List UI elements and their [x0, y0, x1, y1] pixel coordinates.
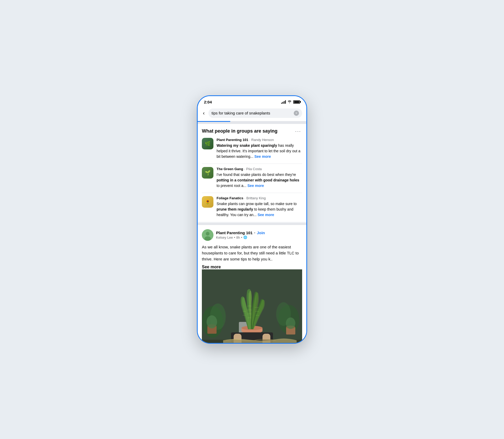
dot-separator: ·	[254, 231, 255, 235]
post-before-3: Snake plants can grow quite tall, so mak…	[217, 202, 297, 206]
signal-icon	[281, 100, 286, 104]
separator-3: ·	[244, 196, 245, 200]
post-meta-1: Plant Parenting 101 · Randy Henson	[217, 138, 302, 142]
section-divider-1	[198, 122, 306, 124]
post-text-3[interactable]: Snake plants can grow quite tall, so mak…	[217, 201, 302, 218]
search-input[interactable]: tips for taking care of snakeplants	[212, 111, 292, 115]
group-avatar-1: 🌿	[202, 138, 213, 149]
group-name-2[interactable]: The Green Gang	[217, 167, 243, 171]
separator-1: ·	[249, 138, 250, 142]
post-time: 8h	[236, 236, 240, 239]
time-dot-2: •	[241, 236, 242, 239]
group-avatar-2: 🌱	[202, 167, 213, 179]
post-before-2: I've found that snake plants do best whe…	[217, 173, 296, 177]
plant-image	[202, 269, 302, 343]
phone-frame: 2:04 ‹ tips for taking care of snakeplan…	[197, 95, 307, 344]
globe-icon: 🌐	[243, 236, 247, 239]
see-more-1[interactable]: See more	[254, 154, 271, 159]
post-text-1[interactable]: Watering my snake plant sparingly has re…	[217, 143, 302, 159]
wifi-icon	[287, 100, 292, 104]
status-bar: 2:04	[198, 96, 306, 106]
see-more-3[interactable]: See more	[258, 213, 274, 217]
group-name-1[interactable]: Plant Parenting 101	[217, 138, 248, 142]
back-button[interactable]: ‹	[202, 109, 206, 117]
post-card: Plant Parenting 101 · Join Kelsey Lee • …	[198, 225, 306, 343]
group-name-3[interactable]: Foliage Fanatics	[217, 196, 243, 200]
post-bold-1: Watering my snake plant sparingly	[217, 143, 277, 148]
separator-2: ·	[244, 167, 245, 171]
time-dot: •	[234, 236, 235, 239]
time-display: 2:04	[204, 100, 212, 104]
post-card-group-line: Plant Parenting 101 · Join	[216, 231, 302, 235]
post-content-1: Plant Parenting 101 · Randy Henson Water…	[217, 138, 302, 159]
svg-point-13	[286, 317, 295, 329]
battery-icon	[293, 100, 300, 104]
groups-title: What people in groups are saying	[202, 128, 277, 134]
post-card-group-name[interactable]: Plant Parenting 101	[216, 231, 253, 235]
see-more-2[interactable]: See more	[248, 184, 264, 188]
post-card-body: As we all know, snake plants are one of …	[202, 244, 302, 262]
author-name-1: Randy Henson	[251, 138, 274, 142]
group-post-item: 🌿 Plant Parenting 101 · Randy Henson Wat…	[202, 138, 302, 164]
group-post-item-3: 🌻 Foliage Fanatics · Brittany King Snake…	[202, 196, 302, 222]
post-content-3: Foliage Fanatics · Brittany King Snake p…	[217, 196, 302, 218]
clear-button[interactable]: ×	[294, 111, 299, 116]
post-content-2: The Green Gang · Piia Costa I've found t…	[217, 167, 302, 189]
join-button[interactable]: Join	[257, 231, 265, 235]
author-name-2: Piia Costa	[246, 167, 262, 171]
more-options-button[interactable]: ···	[294, 128, 302, 134]
post-meta-3: Foliage Fanatics · Brittany King	[217, 196, 302, 200]
status-icons	[281, 100, 300, 104]
post-tail-2: to prevent root a...	[217, 184, 248, 188]
post-meta-2: The Green Gang · Piia Costa	[217, 167, 302, 171]
post-card-user-line: Kelsey Lee • 8h • 🌐	[216, 236, 302, 239]
groups-section: What people in groups are saying ··· 🌿 P…	[198, 124, 306, 222]
author-name-3: Brittany King	[246, 196, 266, 200]
svg-point-1	[206, 232, 209, 236]
svg-point-10	[207, 315, 217, 328]
group-avatar-3: 🌻	[202, 196, 213, 208]
post-card-author: Kelsey Lee	[216, 236, 233, 239]
groups-header: What people in groups are saying ···	[202, 128, 302, 134]
group-post-item-2: 🌱 The Green Gang · Piia Costa I've found…	[202, 167, 302, 193]
post-text-2[interactable]: I've found that snake plants do best whe…	[217, 172, 302, 189]
post-body-text: As we all know, snake plants are one of …	[202, 245, 299, 262]
post-bold-3: prune them regularly	[217, 207, 253, 211]
poster-avatar	[202, 229, 213, 241]
post-card-meta: Plant Parenting 101 · Join Kelsey Lee • …	[216, 231, 302, 239]
search-bar: ‹ tips for taking care of snakeplants ×	[198, 106, 306, 121]
post-bold-2: potting in a container with good drainag…	[217, 178, 299, 182]
see-more-card[interactable]: See more	[202, 265, 221, 269]
section-divider-2	[198, 223, 306, 225]
search-input-wrapper[interactable]: tips for taking care of snakeplants ×	[208, 108, 302, 118]
post-card-header: Plant Parenting 101 · Join Kelsey Lee • …	[202, 229, 302, 241]
